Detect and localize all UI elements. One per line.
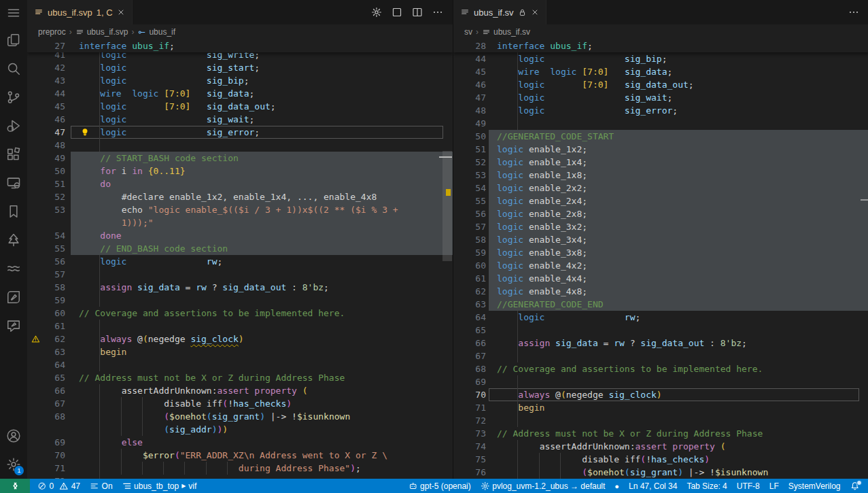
- line-number[interactable]: 51: [462, 143, 486, 156]
- activity-accounts-icon[interactable]: [0, 422, 27, 450]
- line-number[interactable]: 59: [44, 294, 65, 307]
- line-number[interactable]: 63: [44, 345, 65, 358]
- activity-ai-edit-icon[interactable]: [0, 283, 27, 311]
- line-number[interactable]: 63: [462, 298, 486, 311]
- line-number[interactable]: 47: [462, 91, 486, 104]
- activity-extensions-icon[interactable]: [0, 140, 27, 169]
- line-number[interactable]: 68: [462, 362, 486, 375]
- sticky-scroll-line[interactable]: 27interface ubus_if;: [27, 39, 453, 52]
- line-number[interactable]: 67: [462, 350, 486, 362]
- line-number[interactable]: 53: [462, 169, 486, 182]
- code-line-52[interactable]: 52 #declare enable_1x2, enable_1x4, ...,…: [27, 190, 453, 203]
- more-actions-icon[interactable]: [432, 7, 443, 18]
- code-line-61[interactable]: 61logic enable_4x4;: [453, 272, 868, 285]
- layout-square-icon[interactable]: [392, 7, 402, 18]
- code-line-43[interactable]: 43 logic sig_bip;: [27, 74, 453, 87]
- code-line-45[interactable]: 45 wire logic [7:0] sig_data;: [453, 65, 868, 78]
- code-line-63[interactable]: 63 begin: [27, 345, 453, 358]
- code-line-50[interactable]: 50 for i in {0..11}: [27, 165, 453, 177]
- code-line-66[interactable]: 66 assertAddrUnknown:assert property (: [27, 384, 453, 397]
- activity-explorer-icon[interactable]: [0, 26, 27, 54]
- line-number[interactable]: 52: [44, 190, 65, 203]
- code-line-71[interactable]: 71 begin: [453, 401, 868, 414]
- activity-testing-icon[interactable]: [0, 226, 27, 254]
- line-number[interactable]: 61: [44, 320, 65, 333]
- code-line-57[interactable]: 57: [27, 268, 453, 281]
- close-icon[interactable]: [531, 8, 539, 16]
- code-line-60[interactable]: 60logic enable_4x2;: [453, 259, 868, 272]
- activity-settings-gear-icon[interactable]: 1: [0, 450, 27, 479]
- tab-ubus_if-svp[interactable]: ubus_if.svp 1, C: [27, 0, 133, 24]
- code-line-51[interactable]: 51 do: [27, 177, 453, 190]
- code-line-54[interactable]: 54 done: [27, 229, 453, 242]
- code-line-46[interactable]: 46 logic sig_wait;: [27, 113, 453, 126]
- code-line-63[interactable]: 63//GENERATED_CODE_END: [453, 298, 868, 311]
- code-line-62[interactable]: 62logic enable_4x8;: [453, 285, 868, 298]
- split-editor-icon[interactable]: [412, 7, 423, 18]
- code-line-47[interactable]: 47 logic sig_wait;: [453, 91, 868, 104]
- editor-left[interactable]: 41 logic sig_write;42 logic sig_start;43…: [27, 39, 453, 479]
- line-number[interactable]: 47: [44, 126, 65, 139]
- activity-menu-icon[interactable]: [0, 0, 27, 26]
- code-line-66[interactable]: 66 assign sig_data = rw ? sig_data_out :…: [453, 337, 868, 350]
- code-line-70[interactable]: 70 $error("ERR_ADDR_XZ\n Address went to…: [27, 449, 453, 462]
- line-number[interactable]: 59: [462, 246, 486, 259]
- code-line-55[interactable]: 55logic enable_2x4;: [453, 194, 868, 207]
- code-line-58[interactable]: 58logic enable_3x4;: [453, 233, 868, 246]
- code-line-42[interactable]: 42 logic sig_start;: [27, 61, 453, 74]
- line-number[interactable]: 69: [44, 436, 65, 449]
- line-number[interactable]: [44, 216, 65, 229]
- status-ai-model[interactable]: gpt-5 (openai): [404, 479, 476, 493]
- line-number[interactable]: 65: [44, 371, 65, 384]
- activity-remote-explorer-icon[interactable]: [0, 169, 27, 197]
- breadcrumb-item-ubus_if.svp[interactable]: ubus_if.svp: [75, 27, 128, 37]
- remote-indicator[interactable]: [0, 479, 30, 493]
- line-number[interactable]: 44: [462, 52, 486, 65]
- code-line-50[interactable]: 50//GENERATED_CODE_START: [453, 130, 868, 143]
- line-number[interactable]: 62: [462, 285, 486, 298]
- line-number[interactable]: 56: [44, 255, 65, 268]
- code-line-69[interactable]: 69: [453, 375, 868, 388]
- line-number[interactable]: 65: [462, 324, 486, 337]
- code-line-65[interactable]: 65: [453, 324, 868, 337]
- code-line-75[interactable]: 75 disable iff(!has_checks): [453, 453, 868, 466]
- status-notifications[interactable]: [846, 479, 865, 493]
- line-number[interactable]: 42: [44, 61, 65, 74]
- line-number[interactable]: 51: [44, 177, 65, 190]
- status-scope-path[interactable]: ubus_tb_top▶vif: [118, 479, 202, 493]
- activity-bookmarks-icon[interactable]: [0, 197, 27, 226]
- code-line-54[interactable]: 54logic enable_2x2;: [453, 182, 868, 194]
- code-line-64[interactable]: 64: [27, 358, 453, 371]
- code-line-60[interactable]: 60// Coverage and assertions to be imple…: [27, 307, 453, 320]
- activity-source-control-icon[interactable]: [0, 83, 27, 112]
- more-actions-icon[interactable]: [848, 7, 859, 18]
- line-number[interactable]: 57: [44, 268, 65, 281]
- code-line-71[interactable]: 71 during Address Phase");: [27, 462, 453, 475]
- line-number[interactable]: 71: [462, 401, 486, 414]
- breadcrumb-item-ubus_if[interactable]: ubus_if: [137, 27, 175, 37]
- code-line-56[interactable]: 56 logic rw;: [27, 255, 453, 268]
- line-number[interactable]: 55: [44, 242, 65, 255]
- line-number[interactable]: 43: [44, 74, 65, 87]
- line-number[interactable]: 76: [462, 466, 486, 479]
- code-line-52[interactable]: 52logic enable_1x4;: [453, 156, 868, 169]
- code-line-72[interactable]: 72: [453, 414, 868, 427]
- code-line-53[interactable]: 53 echo "logic enable_$(($i / 3 + 1))x$(…: [27, 203, 453, 216]
- code-line-74[interactable]: 74 assertAddrUnknown:assert property (: [453, 440, 868, 453]
- line-number[interactable]: 45: [462, 65, 486, 78]
- sticky-scroll-line[interactable]: 28interface ubus_if;: [453, 39, 868, 52]
- code-line-44[interactable]: 44 logic sig_bip;: [453, 52, 868, 65]
- line-number[interactable]: 75: [462, 453, 486, 466]
- line-number[interactable]: 58: [462, 233, 486, 246]
- line-number[interactable]: 62: [44, 333, 65, 345]
- code-line-55[interactable]: 55 // END_BASH code section: [27, 242, 453, 255]
- line-number[interactable]: 64: [462, 311, 486, 324]
- status-problems[interactable]: 047: [33, 479, 85, 493]
- code-line-76[interactable]: 76 ($onehot(sig_grant) |-> !$isunknown: [453, 466, 868, 479]
- line-number[interactable]: 68: [44, 410, 65, 423]
- line-number[interactable]: 49: [462, 117, 486, 130]
- line-number[interactable]: 61: [462, 272, 486, 285]
- code-line-65[interactable]: 65// Address must not be X or Z during A…: [27, 371, 453, 384]
- code-line-70[interactable]: 70 always @(negedge sig_clock): [453, 388, 868, 401]
- line-number[interactable]: 64: [44, 358, 65, 371]
